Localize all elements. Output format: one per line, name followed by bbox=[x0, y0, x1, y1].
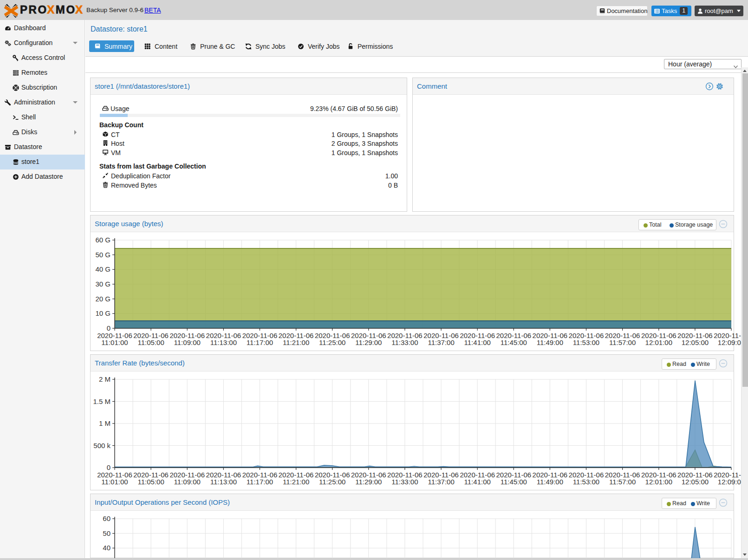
svg-text:11:41:00: 11:41:00 bbox=[464, 478, 491, 486]
svg-text:11:01:00: 11:01:00 bbox=[101, 339, 128, 346]
svg-text:50 G: 50 G bbox=[95, 251, 111, 259]
svg-text:11:33:00: 11:33:00 bbox=[391, 478, 418, 486]
svg-text:12:09:00: 12:09:00 bbox=[718, 478, 741, 486]
svg-text:11:17:00: 11:17:00 bbox=[247, 478, 273, 486]
svg-text:11:49:00: 11:49:00 bbox=[537, 478, 563, 486]
svg-text:11:13:00: 11:13:00 bbox=[210, 478, 237, 486]
svg-text:20 G: 20 G bbox=[95, 295, 111, 303]
svg-text:30 G: 30 G bbox=[95, 280, 111, 288]
svg-text:11:41:00: 11:41:00 bbox=[464, 339, 491, 346]
svg-text:0: 0 bbox=[107, 463, 111, 471]
svg-text:60 G: 60 G bbox=[95, 236, 111, 244]
svg-text:50: 50 bbox=[103, 529, 111, 537]
svg-text:11:05:00: 11:05:00 bbox=[137, 478, 164, 486]
svg-text:11:45:00: 11:45:00 bbox=[501, 339, 527, 346]
svg-text:11:09:00: 11:09:00 bbox=[174, 339, 201, 346]
svg-text:1 M: 1 M bbox=[99, 419, 111, 427]
svg-text:10 G: 10 G bbox=[95, 309, 111, 317]
svg-text:500 k: 500 k bbox=[93, 442, 111, 449]
svg-text:12:05:00: 12:05:00 bbox=[682, 339, 709, 346]
svg-text:11:25:00: 11:25:00 bbox=[319, 478, 345, 486]
svg-text:11:37:00: 11:37:00 bbox=[428, 339, 454, 346]
svg-text:11:17:00: 11:17:00 bbox=[247, 339, 273, 346]
svg-text:11:49:00: 11:49:00 bbox=[537, 339, 563, 346]
svg-text:12:01:00: 12:01:00 bbox=[645, 478, 672, 486]
svg-text:11:29:00: 11:29:00 bbox=[355, 478, 382, 486]
svg-text:11:45:00: 11:45:00 bbox=[501, 478, 527, 486]
svg-text:12:05:00: 12:05:00 bbox=[682, 478, 709, 486]
svg-text:11:25:00: 11:25:00 bbox=[319, 339, 345, 346]
svg-text:60: 60 bbox=[103, 514, 111, 522]
svg-text:11:53:00: 11:53:00 bbox=[573, 478, 599, 486]
svg-text:12:01:00: 12:01:00 bbox=[645, 339, 672, 346]
svg-text:2 M: 2 M bbox=[99, 375, 111, 383]
svg-text:11:33:00: 11:33:00 bbox=[391, 339, 418, 346]
svg-text:11:01:00: 11:01:00 bbox=[101, 478, 128, 486]
svg-text:11:53:00: 11:53:00 bbox=[573, 339, 599, 346]
svg-text:11:21:00: 11:21:00 bbox=[283, 478, 309, 486]
svg-text:11:29:00: 11:29:00 bbox=[355, 339, 382, 346]
svg-text:11:57:00: 11:57:00 bbox=[609, 478, 636, 486]
svg-text:11:57:00: 11:57:00 bbox=[609, 339, 636, 346]
svg-text:12:09:00: 12:09:00 bbox=[718, 339, 741, 346]
svg-text:11:05:00: 11:05:00 bbox=[137, 339, 164, 346]
svg-text:40: 40 bbox=[103, 544, 111, 552]
svg-text:11:09:00: 11:09:00 bbox=[174, 478, 201, 486]
svg-text:11:21:00: 11:21:00 bbox=[283, 339, 309, 346]
svg-text:0: 0 bbox=[107, 324, 111, 332]
svg-text:1.5 M: 1.5 M bbox=[93, 397, 111, 405]
svg-text:11:13:00: 11:13:00 bbox=[210, 339, 237, 346]
svg-text:11:37:00: 11:37:00 bbox=[428, 478, 454, 486]
svg-text:40 G: 40 G bbox=[95, 265, 111, 273]
